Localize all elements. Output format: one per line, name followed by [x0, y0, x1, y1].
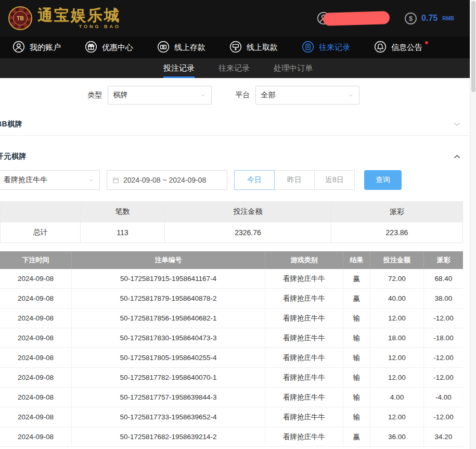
cell-bet-amount: 40.00	[370, 289, 424, 308]
date-range-picker[interactable]: 2024-09-08 ~ 2024-09-08	[107, 170, 227, 190]
cell-bet-id: 50-1725817856-1958640682-1	[72, 309, 265, 328]
cell-payout: -12.00	[424, 407, 463, 427]
section-title: 开元棋牌	[0, 152, 27, 161]
cell-bet-time: 2024-09-08	[0, 269, 72, 288]
user-account[interactable]	[317, 11, 389, 25]
cell-result: 输	[343, 368, 370, 387]
cell-bet-id: 50-1725817782-1958640070-1	[72, 368, 265, 387]
vertical-scrollbar[interactable]	[470, 0, 476, 449]
col-game-type: 游戏类别	[265, 251, 343, 269]
type-select[interactable]: 棋牌	[108, 86, 212, 105]
cell-bet-id: 50-1725817915-1958641167-4	[72, 269, 265, 288]
type-select-value: 棋牌	[113, 91, 128, 100]
date-range-value: 2024-09-08 ~ 2024-09-08	[123, 176, 206, 184]
query-button[interactable]: 查询	[364, 170, 402, 190]
nav-item-my-account[interactable]: 我的账户	[12, 41, 61, 55]
cell-result: 输	[343, 407, 370, 427]
summary-count-value: 113	[81, 222, 165, 242]
section-kaiyuan-qipai[interactable]: 开元棋牌	[0, 145, 476, 168]
top-header: TB 通宝娱乐城 TONG BAO $ 0.75 RMB	[0, 0, 476, 36]
col-bet-id: 注单编号	[72, 251, 265, 269]
withdraw-icon	[229, 41, 242, 55]
cell-payout: 38.00	[424, 289, 463, 308]
tab-bet-records[interactable]: 投注记录	[163, 58, 195, 78]
cell-bet-id: 50-1725817830-1958640473-3	[72, 328, 265, 348]
cell-game-type: 看牌抢庄牛牛	[265, 309, 343, 328]
scrollbar-thumb[interactable]	[471, 1, 475, 92]
casino-chip-icon: TB	[8, 6, 32, 30]
cell-result: 输	[343, 348, 370, 367]
platform-select-value: 全部	[261, 91, 276, 100]
cell-bet-time: 2024-09-08	[0, 388, 72, 407]
nav-item-withdraw[interactable]: 线上取款	[229, 41, 278, 55]
chip-monogram: TB	[13, 11, 28, 25]
cell-game-type: 看牌抢庄牛牛	[265, 269, 343, 288]
brand-name: 通宝娱乐城	[37, 7, 121, 23]
cell-bet-time: 2024-09-08	[0, 309, 72, 328]
cell-payout: -12.00	[424, 368, 463, 387]
summary-payout-value: 223.86	[331, 222, 462, 242]
cell-payout: 68.40	[424, 269, 463, 288]
cell-game-type: 看牌抢庄牛牛	[265, 328, 343, 348]
chevron-down-icon	[200, 92, 206, 98]
cell-bet-amount: 72.00	[370, 269, 424, 288]
balance-currency: RMB	[442, 16, 454, 21]
calendar-icon	[112, 176, 120, 184]
nav-label: 优惠中心	[102, 43, 133, 53]
col-bet-amount: 投注金额	[370, 251, 424, 269]
col-result: 结果	[343, 251, 370, 269]
chevron-up-icon	[453, 152, 461, 161]
game-select[interactable]: 看牌抢庄牛牛	[0, 170, 100, 190]
gift-icon	[85, 41, 97, 55]
tab-processing-orders[interactable]: 处理中订单	[274, 58, 313, 78]
nav-item-announcements[interactable]: 信息公告	[374, 41, 422, 55]
table-row: 2024-09-0850-1725817856-1958640682-1看牌抢庄…	[0, 309, 463, 328]
summary-header-payout: 派彩	[331, 202, 462, 222]
platform-select[interactable]: 全部	[255, 86, 359, 105]
cell-payout: -12.00	[424, 348, 463, 367]
bet-table-header: 下注时间 注单编号 游戏类别 结果 投注金额 派彩	[0, 251, 463, 269]
cell-result: 赢	[343, 289, 370, 308]
cell-bet-amount: 18.00	[370, 328, 424, 348]
chevron-down-icon	[348, 92, 354, 98]
nav-item-records[interactable]: 往来记录	[302, 41, 350, 55]
table-row: 2024-09-0850-1725817915-1958641167-4看牌抢庄…	[0, 269, 463, 289]
quick-range-group: 今日 昨日 近8日	[234, 170, 355, 190]
cell-bet-time: 2024-09-08	[0, 407, 72, 427]
cell-game-type: 看牌抢庄牛牛	[265, 289, 343, 308]
summary-table: 笔数 投注金额 派彩 总计 113 2326.76 223.86	[0, 201, 463, 243]
cell-game-type: 看牌抢庄牛牛	[265, 427, 343, 446]
nav-item-deposit[interactable]: 线上存款	[157, 41, 205, 55]
cell-result: 赢	[343, 427, 370, 446]
table-row: 2024-09-0850-1725817733-1958639652-4看牌抢庄…	[0, 407, 463, 427]
table-row: 2024-09-0850-1725817879-1958640878-2看牌抢庄…	[0, 289, 463, 309]
balance-display[interactable]: $ 0.75 RMB	[405, 12, 454, 24]
cell-bet-id: 50-1725817757-1958639844-3	[72, 388, 265, 407]
deposit-icon	[157, 41, 170, 55]
cell-result: 输	[343, 309, 370, 328]
user-icon	[12, 41, 25, 55]
nav-item-promotions[interactable]: 优惠中心	[85, 41, 133, 55]
cell-payout: -4.00	[424, 388, 463, 407]
last-8-days-button[interactable]: 近8日	[314, 170, 355, 190]
summary-total-row: 总计 113 2326.76 223.86	[1, 222, 462, 242]
summary-header-count: 笔数	[81, 202, 165, 222]
cell-result: 赢	[343, 269, 370, 288]
cell-bet-id: 50-1725817879-1958640878-2	[72, 289, 265, 308]
col-bet-time: 下注时间	[0, 251, 72, 269]
section-bb-qipai[interactable]: BB棋牌	[0, 113, 476, 136]
bell-icon	[374, 41, 387, 55]
cell-bet-time: 2024-09-08	[0, 368, 72, 387]
nav-label: 我的账户	[30, 43, 61, 53]
cell-bet-time: 2024-09-08	[0, 427, 72, 446]
chevron-down-icon	[453, 120, 461, 129]
cell-bet-amount: 4.00	[370, 388, 424, 407]
table-row: 2024-09-0850-1725817805-1958640255-4看牌抢庄…	[0, 348, 463, 368]
tab-transactions[interactable]: 往来记录	[218, 58, 250, 78]
today-button[interactable]: 今日	[234, 170, 275, 190]
platform-label: 平台	[236, 91, 250, 100]
yesterday-button[interactable]: 昨日	[274, 170, 315, 190]
cell-bet-id: 50-1725817682-1958639214-2	[72, 427, 265, 446]
currency-icon: $	[405, 12, 417, 24]
table-row: 2024-09-0850-1725817782-1958640070-1看牌抢庄…	[0, 368, 463, 388]
